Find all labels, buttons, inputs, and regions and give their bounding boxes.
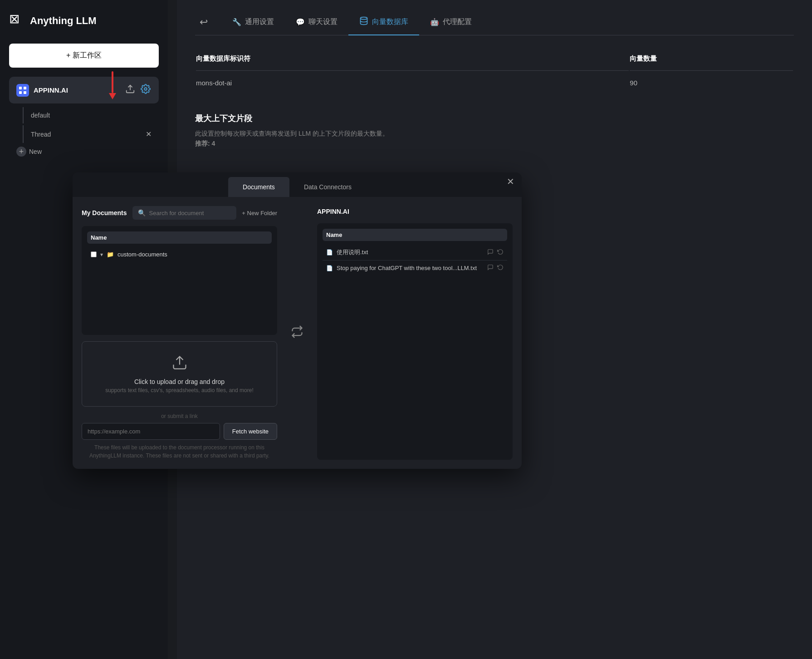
file-icon-2: 📄 <box>326 265 333 271</box>
upload-title: Click to upload or drag and drop <box>89 378 269 385</box>
plus-icon: + <box>16 147 26 157</box>
upload-subtitle: supports text files, csv's, spreadsheets… <box>89 387 269 393</box>
file-name-1: 使用说明.txt <box>337 248 487 256</box>
upload-area[interactable]: Click to upload or drag and drop support… <box>82 341 277 407</box>
workspace-files-header: APPINN.AI <box>317 206 513 217</box>
workspace-name: APPINN.AI <box>34 86 120 94</box>
identifier-value: mons-dot-ai <box>196 72 629 94</box>
new-folder-button[interactable]: + New Folder <box>242 210 277 216</box>
modal-body: My Documents 🔍 + New Folder Name ▾ 📁 cus… <box>73 197 522 469</box>
new-thread-label: New <box>29 148 42 155</box>
folder-icon: 📁 <box>107 251 114 258</box>
tab-agent[interactable]: 🤖 代理配置 <box>419 10 483 35</box>
transfer-button-wrap <box>286 206 308 460</box>
vector-icon <box>359 16 368 27</box>
app-title: Anything LLM <box>30 15 97 27</box>
tab-vector[interactable]: 向量数据库 <box>348 9 419 35</box>
modal-tabs: Documents Data Connectors ✕ <box>73 172 522 197</box>
chevron-down-icon[interactable]: ▾ <box>100 251 103 258</box>
my-docs-label: My Documents <box>82 209 127 216</box>
search-icon: 🔍 <box>138 209 146 216</box>
url-divider: or submit a link <box>82 413 277 419</box>
docs-right-panel: APPINN.AI Name 📄 使用说明.txt <box>317 206 513 460</box>
file-icon-1: 📄 <box>326 249 333 256</box>
workspace-item[interactable]: APPINN.AI <box>9 77 159 103</box>
pin-button-1[interactable] <box>487 249 494 256</box>
context-recommendation: 推荐: 4 <box>195 140 215 147</box>
tab-agent-label: 代理配置 <box>443 17 472 27</box>
docs-file-area: Name ▾ 📁 custom-documents <box>82 226 277 335</box>
new-workspace-button[interactable]: + 新工作区 <box>9 44 159 68</box>
svg-rect-0 <box>19 87 22 89</box>
url-input[interactable] <box>82 423 220 440</box>
remove-button-1[interactable] <box>497 249 504 256</box>
docs-right-file-header: Name <box>323 229 507 241</box>
agent-icon: 🤖 <box>430 18 439 26</box>
new-thread-button[interactable]: + New <box>16 147 159 157</box>
file-row-1[interactable]: 📄 使用说明.txt <box>323 245 507 261</box>
vector-table: 向量数据库标识符 向量数量 mons-dot-ai 90 <box>195 54 794 95</box>
docs-search[interactable]: 🔍 <box>132 206 237 220</box>
back-button[interactable]: ↩ <box>195 12 212 33</box>
context-title: 最大上下文片段 <box>195 113 794 124</box>
right-file-header-name: Name <box>326 231 342 238</box>
file-name-2: Stop paying for ChatGPT with these two t… <box>337 265 487 271</box>
svg-point-5 <box>144 88 147 90</box>
svg-rect-3 <box>24 91 26 94</box>
settings-button[interactable] <box>140 83 152 97</box>
table-row: mons-dot-ai 90 <box>196 72 793 94</box>
tab-chat[interactable]: 💬 聊天设置 <box>285 10 348 35</box>
svg-rect-2 <box>19 91 22 94</box>
logo: ⊠ Anything LLM <box>9 13 159 29</box>
docs-file-header: Name <box>87 231 272 244</box>
remove-button-2[interactable] <box>497 264 504 272</box>
chat-icon: 💬 <box>296 18 305 26</box>
svg-point-6 <box>361 17 367 20</box>
thread-label: Thread <box>31 131 51 138</box>
upload-button[interactable] <box>124 83 136 97</box>
file-header-name: Name <box>91 234 107 241</box>
col-identifier: 向量数据库标识符 <box>196 54 629 71</box>
tab-general-label: 通用设置 <box>245 17 274 27</box>
context-section: 最大上下文片段 此设置控制每次聊天或查询将发送到 LLM 的上下文片段的最大数量… <box>195 113 794 149</box>
modal-close-button[interactable]: ✕ <box>507 176 514 187</box>
default-thread: default <box>23 107 159 123</box>
folder-row[interactable]: ▾ 📁 custom-documents <box>87 247 272 261</box>
pin-button-2[interactable] <box>487 264 494 272</box>
upload-icon <box>89 354 269 374</box>
docs-left-panel: My Documents 🔍 + New Folder Name ▾ 📁 cus… <box>82 206 277 460</box>
context-desc: 此设置控制每次聊天或查询将发送到 LLM 的上下文片段的最大数量。 推荐: 4 <box>195 128 794 149</box>
disclaimer-text: These files will be uploaded to the docu… <box>82 443 277 460</box>
settings-tabs: ↩ 🔧 通用设置 💬 聊天设置 向量数据库 🤖 代理配置 <box>195 9 794 35</box>
url-section: or submit a link Fetch website These fil… <box>82 413 277 460</box>
file-actions-1 <box>487 249 504 256</box>
document-modal: Documents Data Connectors ✕ My Documents… <box>73 172 522 469</box>
default-thread-label: default <box>31 112 50 119</box>
workspace-actions <box>124 83 152 97</box>
modal-tab-connectors[interactable]: Data Connectors <box>289 177 366 197</box>
logo-icon: ⊠ <box>9 13 25 29</box>
transfer-button[interactable] <box>291 325 303 341</box>
general-icon: 🔧 <box>232 18 241 26</box>
tab-vector-label: 向量数据库 <box>372 17 408 27</box>
thread-close-button[interactable]: ✕ <box>146 130 152 138</box>
fetch-website-button[interactable]: Fetch website <box>224 423 277 440</box>
workspace-icon <box>16 84 29 97</box>
search-input[interactable] <box>149 210 231 216</box>
docs-toolbar: My Documents 🔍 + New Folder <box>82 206 277 220</box>
modal-tab-documents[interactable]: Documents <box>228 177 289 197</box>
folder-name: custom-documents <box>117 251 167 258</box>
folder-checkbox[interactable] <box>91 251 97 257</box>
settings-content: 向量数据库标识符 向量数量 mons-dot-ai 90 最大上下文片段 此设置… <box>195 54 794 149</box>
thread-item[interactable]: Thread ✕ <box>23 125 159 143</box>
tab-chat-label: 聊天设置 <box>308 17 338 27</box>
file-actions-2 <box>487 264 504 272</box>
count-value: 90 <box>630 72 793 94</box>
url-row: Fetch website <box>82 423 277 440</box>
col-count: 向量数量 <box>630 54 793 71</box>
tab-general[interactable]: 🔧 通用设置 <box>221 10 285 35</box>
svg-rect-1 <box>24 87 26 89</box>
file-row-2[interactable]: 📄 Stop paying for ChatGPT with these two… <box>323 261 507 275</box>
docs-right-area: Name 📄 使用说明.txt <box>317 223 513 460</box>
